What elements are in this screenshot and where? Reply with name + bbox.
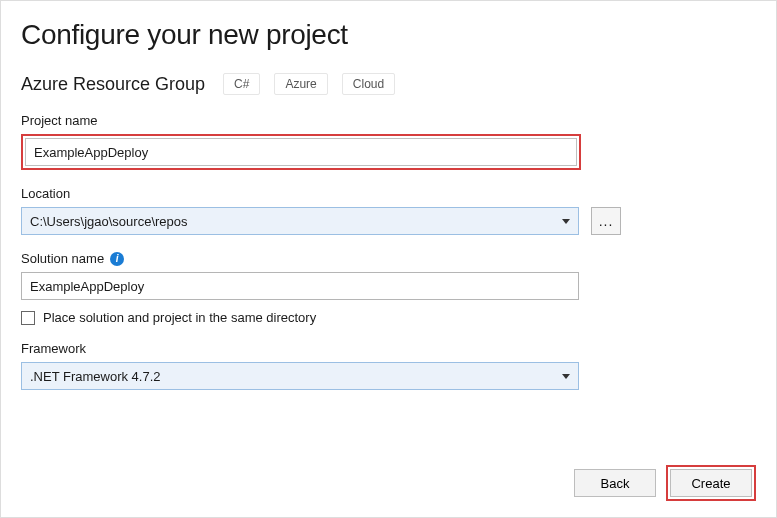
info-icon[interactable]: i (110, 252, 124, 266)
project-name-input[interactable] (25, 138, 577, 166)
framework-value: .NET Framework 4.7.2 (30, 369, 161, 384)
project-name-label: Project name (21, 113, 756, 128)
location-value: C:\Users\jgao\source\repos (30, 214, 188, 229)
highlight-project-name (21, 134, 581, 170)
page-title: Configure your new project (21, 19, 756, 51)
framework-dropdown[interactable]: .NET Framework 4.7.2 (21, 362, 579, 390)
chevron-down-icon (562, 374, 570, 379)
solution-name-label: Solution name i (21, 251, 756, 266)
location-label: Location (21, 186, 756, 201)
template-tags: C# Azure Cloud (223, 73, 395, 95)
location-dropdown[interactable]: C:\Users\jgao\source\repos (21, 207, 579, 235)
tag-csharp: C# (223, 73, 260, 95)
template-name: Azure Resource Group (21, 74, 205, 95)
same-directory-label: Place solution and project in the same d… (43, 310, 316, 325)
tag-cloud: Cloud (342, 73, 395, 95)
framework-label: Framework (21, 341, 756, 356)
highlight-create-button: Create (666, 465, 756, 501)
tag-azure: Azure (274, 73, 327, 95)
back-button[interactable]: Back (574, 469, 656, 497)
same-directory-checkbox[interactable] (21, 311, 35, 325)
solution-name-label-text: Solution name (21, 251, 104, 266)
create-button[interactable]: Create (670, 469, 752, 497)
browse-location-button[interactable]: ... (591, 207, 621, 235)
solution-name-input[interactable] (21, 272, 579, 300)
chevron-down-icon (562, 219, 570, 224)
